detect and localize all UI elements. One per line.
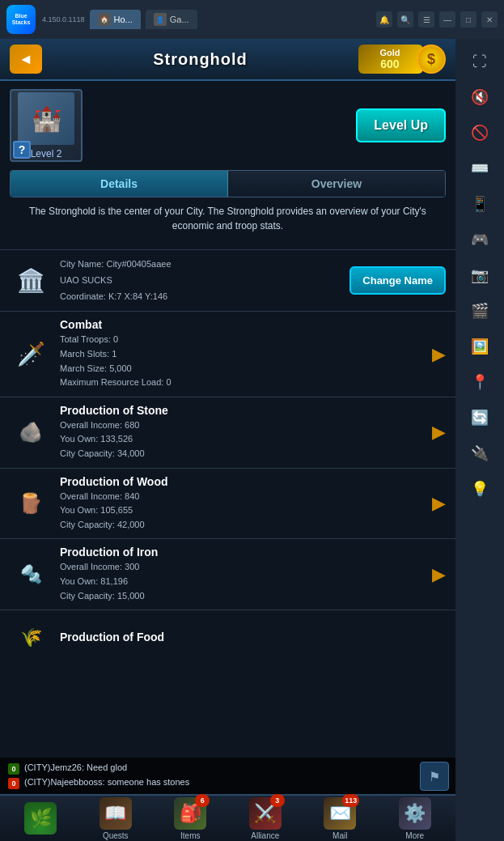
nav-label-items: Items bbox=[180, 831, 200, 840]
maximize-icon[interactable]: □ bbox=[460, 11, 476, 28]
chat-alliance-icon[interactable]: ⚑ bbox=[420, 762, 449, 791]
coin-icon: $ bbox=[417, 45, 446, 74]
chat-message-1: 0 (CITY)Jemz26: Need glod bbox=[8, 762, 447, 775]
iron-text: Production of Iron Overall Income: 300 Y… bbox=[60, 546, 424, 603]
search-icon[interactable]: 🔍 bbox=[397, 11, 413, 28]
stronghold-content: 🏰 ? Level 2 Level Up Details Overview Th… bbox=[0, 81, 455, 249]
sidebar-sound-icon[interactable]: 🔇 bbox=[465, 83, 494, 112]
nav-item-mail[interactable]: ✉️ 113 Mail bbox=[316, 797, 364, 840]
combat-section: 🗡️ Combat Total Troops: 0 March Slots: 1… bbox=[0, 311, 455, 396]
bs-tab-game[interactable]: 👤 Ga... bbox=[146, 10, 197, 29]
stone-title: Production of Stone bbox=[60, 404, 424, 417]
wood-text: Production of Wood Overall Income: 840 Y… bbox=[60, 475, 424, 533]
level-up-button[interactable]: Level Up bbox=[356, 108, 446, 142]
tabs-row: Details Overview bbox=[10, 170, 446, 198]
nav-label-mail: Mail bbox=[332, 831, 347, 840]
sidebar-video-icon[interactable]: 🎬 bbox=[465, 296, 494, 325]
wood-title: Production of Wood bbox=[60, 475, 424, 488]
bluestacks-version: 4.150.0.1118 bbox=[42, 15, 85, 23]
wood-icon: 🪵 bbox=[10, 482, 52, 525]
bs-tab-icon-game: 👤 bbox=[154, 13, 167, 26]
nav-landscape-icon: 🌿 bbox=[24, 802, 57, 835]
nav-alliance-wrap: ⚔️ 3 bbox=[249, 797, 282, 830]
stone-text: Production of Stone Overall Income: 680 … bbox=[60, 404, 424, 461]
food-section: 🌾 Production of Food bbox=[0, 610, 455, 665]
sidebar-expand-icon[interactable]: ⛶ bbox=[465, 47, 494, 76]
sidebar-refresh-icon[interactable]: 🔄 bbox=[465, 403, 494, 432]
combat-arrow-icon[interactable]: ▶ bbox=[432, 344, 446, 365]
right-sidebar: ⛶ 🔇 🚫 ⌨️ 📱 🎮 📷 🎬 🖼️ 📍 🔄 🔌 💡 bbox=[455, 39, 504, 841]
chat-bar: 0 (CITY)Jemz26: Need glod 0 (CITY)Najeeb… bbox=[0, 758, 455, 794]
menu-icon[interactable]: ☰ bbox=[418, 11, 434, 28]
scrollable-content[interactable]: 🏛️ City Name: City#00405aaee UAO SUCKS C… bbox=[0, 249, 455, 828]
sidebar-bulb-icon[interactable]: 💡 bbox=[465, 474, 494, 503]
nav-mail-wrap: ✉️ 113 bbox=[324, 797, 356, 830]
sidebar-gamepad-icon[interactable]: 🎮 bbox=[465, 225, 494, 254]
iron-title: Production of Iron bbox=[60, 546, 424, 559]
castle-icon: 🏰 bbox=[18, 92, 74, 145]
nav-item-items[interactable]: 🎒 6 Items bbox=[166, 797, 214, 840]
chat-badge-2: 0 bbox=[8, 778, 19, 789]
iron-details: Overall Income: 300 You Own: 81,196 City… bbox=[60, 560, 424, 603]
quests-icon: 📖 bbox=[100, 797, 132, 830]
bs-tab-home[interactable]: 🏠 Ho... bbox=[90, 10, 141, 29]
game-area: ◄ Stronghold Gold 600 $ 🏰 ? Level 2 bbox=[0, 39, 455, 841]
stone-arrow-icon[interactable]: ▶ bbox=[432, 422, 446, 443]
close-icon[interactable]: ✕ bbox=[481, 11, 498, 28]
question-badge: ? bbox=[13, 141, 31, 159]
nav-label-alliance: Alliance bbox=[251, 831, 279, 840]
nav-item-quests[interactable]: 📖 Quests bbox=[91, 797, 140, 840]
bluestacks-bar: BlueStacks 4.150.0.1118 🏠 Ho... 👤 Ga... … bbox=[0, 0, 504, 39]
iron-arrow-icon[interactable]: ▶ bbox=[432, 564, 446, 585]
combat-title: Combat bbox=[60, 318, 424, 331]
food-icon: 🌾 bbox=[10, 617, 52, 659]
wood-details: Overall Income: 840 You Own: 105,655 Cit… bbox=[60, 490, 424, 533]
sidebar-keyboard-icon[interactable]: ⌨️ bbox=[465, 154, 494, 183]
nav-item-more[interactable]: ⚙️ More bbox=[391, 797, 439, 840]
city-name-label: City Name: City#00405aaee bbox=[60, 257, 341, 273]
sidebar-phone-icon[interactable]: 📱 bbox=[465, 189, 494, 219]
description-text: The Stronghold is the center of your Cit… bbox=[10, 204, 446, 233]
sidebar-image-icon[interactable]: 🖼️ bbox=[465, 332, 494, 361]
game-header: ◄ Stronghold Gold 600 $ bbox=[0, 39, 455, 81]
bs-tab-icon-home: 🏠 bbox=[98, 13, 111, 26]
stone-icon: 🪨 bbox=[10, 411, 52, 453]
minimize-icon[interactable]: — bbox=[439, 11, 455, 28]
bluestacks-logo: BlueStacks bbox=[6, 5, 36, 34]
nav-item-alliance[interactable]: ⚔️ 3 Alliance bbox=[241, 797, 290, 840]
back-button[interactable]: ◄ bbox=[10, 45, 42, 74]
iron-icon: 🔩 bbox=[10, 554, 52, 596]
nav-items-wrap: 🎒 6 bbox=[174, 797, 206, 830]
combat-details: Total Troops: 0 March Slots: 1 March Siz… bbox=[60, 333, 424, 389]
iron-section: 🔩 Production of Iron Overall Income: 300… bbox=[0, 538, 455, 610]
more-icon: ⚙️ bbox=[399, 797, 431, 830]
nav-label-more: More bbox=[405, 831, 424, 840]
food-title: Production of Food bbox=[60, 631, 446, 643]
tab-overview[interactable]: Overview bbox=[228, 171, 445, 197]
chat-text-2: (CITY)Najeebbooss: someone has stones bbox=[24, 777, 189, 787]
change-name-button[interactable]: Change Name bbox=[349, 266, 446, 295]
building-castle: 🏰 bbox=[18, 92, 74, 145]
sidebar-ban-icon[interactable]: 🚫 bbox=[465, 118, 494, 147]
city-alliance-label: UAO SUCKS bbox=[60, 273, 341, 289]
nav-landscape-wrap: 🌿 bbox=[24, 802, 57, 835]
chat-message-2: 0 (CITY)Najeebbooss: someone has stones bbox=[8, 777, 447, 789]
city-icon: 🏛️ bbox=[10, 260, 52, 302]
back-arrow-icon: ◄ bbox=[19, 51, 33, 68]
food-text: Production of Food bbox=[60, 631, 446, 645]
sidebar-location-icon[interactable]: 📍 bbox=[465, 367, 494, 397]
window-controls: 🔔 🔍 ☰ — □ ✕ bbox=[376, 11, 498, 28]
nav-quests-wrap: 📖 bbox=[100, 797, 132, 830]
tab-details[interactable]: Details bbox=[11, 171, 228, 197]
wood-section: 🪵 Production of Wood Overall Income: 840… bbox=[0, 468, 455, 539]
bell-icon[interactable]: 🔔 bbox=[376, 11, 392, 28]
gold-container: Gold 600 $ bbox=[358, 45, 446, 74]
mail-badge: 113 bbox=[342, 794, 359, 807]
nav-item-landscape[interactable]: 🌿 bbox=[16, 802, 65, 835]
sidebar-camera-icon[interactable]: 📷 bbox=[465, 261, 494, 290]
nav-more-wrap: ⚙️ bbox=[399, 797, 431, 830]
bottom-nav: 🌿 📖 Quests 🎒 6 Items bbox=[0, 794, 455, 841]
sidebar-power-icon[interactable]: 🔌 bbox=[465, 439, 494, 468]
gold-amount: 600 bbox=[380, 57, 399, 70]
wood-arrow-icon[interactable]: ▶ bbox=[432, 493, 446, 514]
